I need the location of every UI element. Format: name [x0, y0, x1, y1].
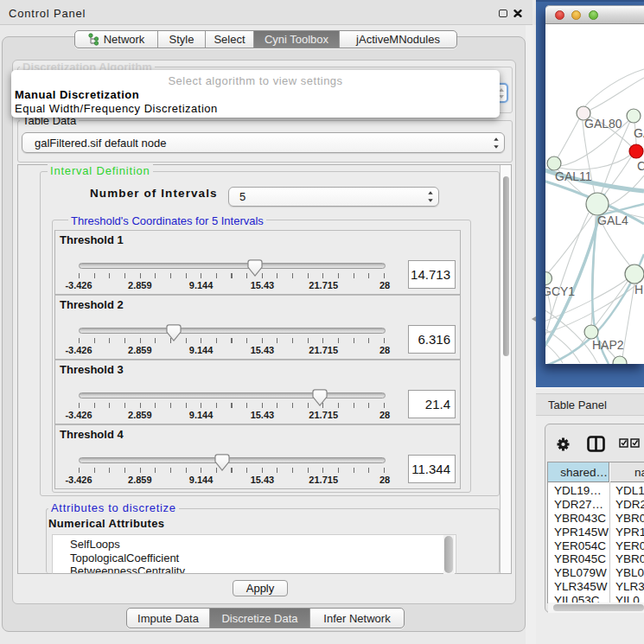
svg-text:GA: GA [634, 126, 644, 140]
svg-text:C: C [637, 159, 644, 173]
svg-text:HAP2: HAP2 [592, 338, 624, 352]
svg-text:GCY1: GCY1 [545, 284, 575, 298]
svg-text:GAL11: GAL11 [555, 169, 592, 183]
svg-text:GAL80: GAL80 [584, 117, 622, 131]
svg-text:H: H [634, 283, 643, 296]
svg-text:GAL4: GAL4 [597, 214, 628, 227]
